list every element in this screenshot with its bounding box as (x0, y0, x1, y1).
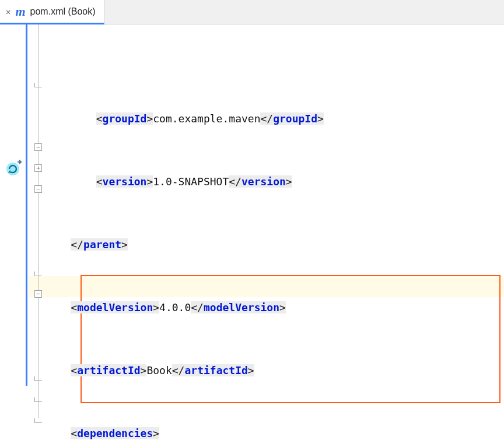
fold-end-marker (34, 272, 42, 276)
code-line: <artifactId>Book</artifactId> (46, 360, 504, 381)
code-line: <groupId>com.example.maven</groupId> (46, 108, 504, 129)
code-area[interactable]: <groupId>com.example.maven</groupId> <ve… (46, 24, 504, 444)
fold-end-marker (34, 376, 42, 381)
tab-label: pom.xml (Book) (30, 6, 96, 17)
maven-reload-icon[interactable] (5, 158, 23, 179)
fold-end-marker (34, 418, 42, 423)
maven-icon: m (15, 4, 25, 19)
code-line: <modelVersion>4.0.0</modelVersion> (46, 297, 504, 318)
code-line: <version>1.0-SNAPSHOT</version> (46, 171, 504, 192)
change-marker (26, 24, 27, 386)
highlight-box (80, 275, 501, 403)
fold-gutter (28, 24, 46, 444)
tab-pom-xml[interactable]: ✕ m pom.xml (Book) (0, 0, 104, 24)
close-icon[interactable]: ✕ (6, 7, 10, 16)
code-line: </parent> (46, 234, 504, 255)
fold-end-marker (34, 83, 42, 87)
fold-toggle[interactable] (34, 164, 42, 172)
left-gutter (0, 24, 28, 444)
tab-bar: ✕ m pom.xml (Book) (0, 0, 504, 24)
fold-end-marker (34, 397, 42, 402)
code-line: <dependencies> (46, 423, 504, 444)
svg-point-0 (6, 163, 19, 175)
fold-toggle[interactable] (34, 185, 42, 193)
fold-toggle[interactable] (34, 143, 42, 151)
editor: <groupId>com.example.maven</groupId> <ve… (0, 24, 504, 444)
fold-toggle[interactable] (34, 290, 42, 298)
